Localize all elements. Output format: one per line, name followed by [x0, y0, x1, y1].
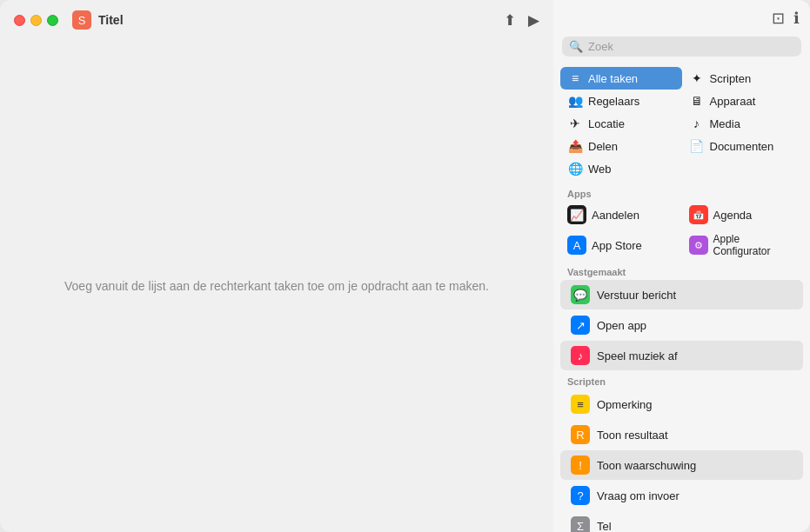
right-header: ⊡ ℹ: [553, 0, 810, 37]
app-icon: S: [72, 10, 91, 30]
category-delen[interactable]: 📤 Delen: [560, 135, 682, 157]
category-documenten[interactable]: 📄 Documenten: [682, 135, 804, 157]
label-speel-muziek: Speel muziek af: [597, 349, 678, 362]
app-apple-configurator[interactable]: ⚙ Apple Configurator: [682, 229, 804, 262]
placeholder-text: Voeg vanuit de lijst aan de rechterkant …: [64, 279, 489, 293]
app-label-aandelen: Aandelen: [592, 209, 639, 222]
cat-label-media: Media: [710, 117, 740, 130]
cat-icon-delen: 📤: [567, 139, 583, 153]
right-panel: ⊡ ℹ 🔍 ≡ Alle taken ✦ Scripten 👥 Regelaar…: [553, 0, 810, 532]
main-content: Voeg vanuit de lijst aan de rechterkant …: [0, 40, 553, 532]
icon-open-app: ↗: [571, 316, 590, 335]
cat-label-regelaars: Regelaars: [588, 95, 639, 108]
script-toon-waarschuwing[interactable]: ! Toon waarschuwing: [560, 450, 803, 480]
window-title: Titel: [98, 13, 497, 27]
label-tel: Tel: [597, 520, 612, 533]
icon-opmerking: ≡: [571, 395, 590, 414]
category-regelaars[interactable]: 👥 Regelaars: [560, 90, 682, 112]
pinned-section-label: Vastgemaakt: [553, 262, 810, 279]
add-task-icon[interactable]: ⊡: [772, 9, 785, 28]
category-media[interactable]: ♪ Media: [682, 112, 804, 135]
label-vraag-om-invoer: Vraag om invoer: [597, 489, 679, 502]
cat-icon-apparaat: 🖥: [689, 94, 705, 108]
cat-icon-media: ♪: [689, 116, 705, 130]
label-toon-resultaat: Toon resultaat: [597, 429, 668, 442]
icon-tel: Σ: [571, 516, 590, 532]
cat-label-scripten: Scripten: [710, 72, 752, 85]
play-icon[interactable]: ▶: [528, 11, 539, 30]
app-label-apple-configurator: Apple Configurator: [713, 233, 797, 257]
app-label-app-store: App Store: [592, 239, 642, 252]
title-bar: S Titel ⬆ ▶: [0, 0, 553, 40]
app-agenda[interactable]: 📅 Agenda: [682, 201, 804, 229]
label-open-app: Open app: [597, 319, 646, 332]
script-toon-resultaat[interactable]: R Toon resultaat: [560, 420, 803, 449]
label-toon-waarschuwing: Toon waarschuwing: [597, 459, 696, 472]
apps-grid: 📈 Aandelen 📅 Agenda A App Store ⚙ Apple …: [553, 201, 810, 262]
cat-label-apparaat: Apparaat: [710, 95, 756, 108]
search-input[interactable]: [588, 40, 794, 53]
script-vraag-om-invoer[interactable]: ? Vraag om invoer: [560, 481, 803, 510]
app-label-agenda: Agenda: [713, 209, 753, 222]
app-icon-app-store: A: [567, 236, 586, 255]
script-opmerking[interactable]: ≡ Opmerking: [560, 389, 803, 419]
minimize-button[interactable]: [30, 15, 42, 26]
app-icon-apple-configurator: ⚙: [689, 236, 708, 255]
search-icon: 🔍: [569, 40, 583, 53]
category-grid: ≡ Alle taken ✦ Scripten 👥 Regelaars 🖥 Ap…: [553, 63, 810, 183]
category-web[interactable]: 🌐 Web: [560, 157, 682, 180]
icon-vraag-om-invoer: ?: [571, 486, 590, 505]
cat-label-documenten: Documenten: [710, 140, 774, 153]
pinned-open-app[interactable]: ↗ Open app: [560, 310, 803, 340]
cat-label-web: Web: [588, 163, 612, 176]
label-opmerking: Opmerking: [597, 398, 653, 411]
cat-icon-web: 🌐: [567, 162, 583, 176]
close-button[interactable]: [14, 15, 25, 26]
info-icon[interactable]: ℹ: [793, 9, 800, 28]
app-icon-agenda: 📅: [689, 205, 708, 224]
cat-icon-scripten: ✦: [689, 71, 705, 85]
app-aandelen[interactable]: 📈 Aandelen: [560, 201, 682, 229]
cat-label-delen: Delen: [588, 140, 618, 153]
share-icon[interactable]: ⬆: [504, 11, 516, 30]
app-app-store[interactable]: A App Store: [560, 229, 682, 262]
cat-label-locatie: Locatie: [588, 117, 625, 130]
category-apparaat[interactable]: 🖥 Apparaat: [682, 90, 804, 112]
category-alle-taken[interactable]: ≡ Alle taken: [560, 67, 682, 90]
pinned-speel-muziek[interactable]: ♪ Speel muziek af: [560, 341, 803, 370]
icon-toon-resultaat: R: [571, 425, 590, 444]
icon-speel-muziek: ♪: [571, 346, 590, 365]
cat-icon-regelaars: 👥: [567, 94, 583, 108]
icon-toon-waarschuwing: !: [571, 456, 590, 475]
title-bar-actions: ⬆ ▶: [504, 11, 539, 30]
pinned-verstuur-bericht[interactable]: 💬 Verstuur bericht: [560, 280, 803, 309]
cat-icon-alle-taken: ≡: [567, 71, 583, 85]
search-bar: 🔍: [562, 37, 801, 57]
script-tel[interactable]: Σ Tel: [560, 511, 803, 532]
category-locatie[interactable]: ✈ Locatie: [560, 112, 682, 135]
label-verstuur-bericht: Verstuur bericht: [597, 289, 676, 302]
traffic-lights: [14, 15, 58, 26]
left-panel: S Titel ⬆ ▶ Voeg vanuit de lijst aan de …: [0, 0, 553, 532]
cat-label-alle-taken: Alle taken: [588, 72, 638, 85]
cat-icon-locatie: ✈: [567, 116, 583, 130]
app-icon-aandelen: 📈: [567, 205, 586, 224]
apps-section-label: Apps: [553, 183, 810, 201]
category-scripten[interactable]: ✦ Scripten: [682, 67, 804, 90]
icon-verstuur-bericht: 💬: [571, 285, 590, 304]
scripts-section-label: Scripten: [553, 371, 810, 389]
maximize-button[interactable]: [47, 15, 58, 26]
cat-icon-documenten: 📄: [689, 139, 705, 153]
scroll-container[interactable]: Apps 📈 Aandelen 📅 Agenda A App Store ⚙ A…: [553, 183, 810, 532]
